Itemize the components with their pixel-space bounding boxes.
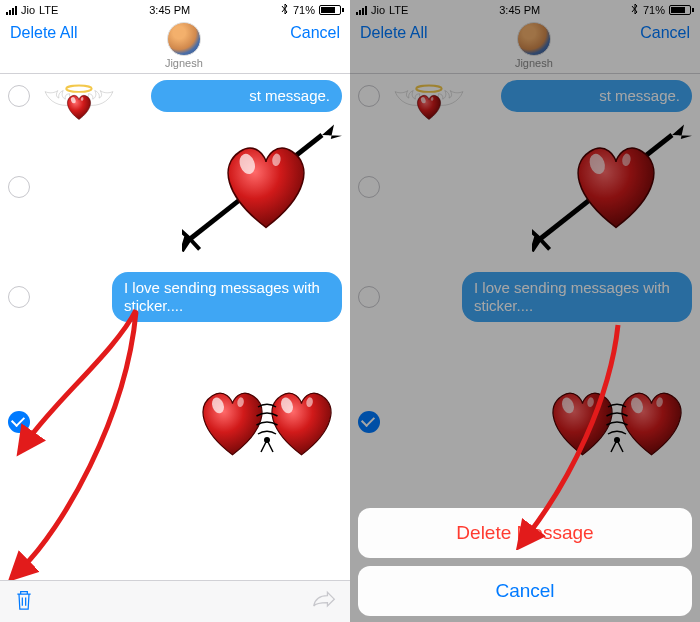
message-text: I love sending messages with sticker....: [474, 279, 670, 314]
status-bar: Jio LTE 3:45 PM 71%: [0, 0, 350, 20]
message-text: st message.: [249, 87, 330, 104]
svg-point-4: [265, 438, 270, 443]
sticker-row: [8, 122, 342, 252]
bluetooth-icon: [281, 3, 289, 17]
message-row: I love sending messages with sticker....: [8, 272, 342, 322]
network-label: LTE: [39, 4, 58, 16]
select-circle[interactable]: [8, 286, 30, 308]
delete-message-button[interactable]: Delete Message: [358, 508, 692, 558]
forward-icon[interactable]: [312, 590, 336, 614]
trash-icon[interactable]: [14, 588, 34, 616]
message-bubble[interactable]: I love sending messages with sticker....: [112, 272, 342, 322]
nav-header: Delete All Jignesh Cancel: [350, 20, 700, 74]
phone-right: Jio LTE 3:45 PM 71% Delete All Jignesh C…: [350, 0, 700, 622]
battery-pct: 71%: [293, 4, 315, 16]
cancel-button[interactable]: Cancel: [640, 22, 690, 42]
delete-all-button[interactable]: Delete All: [10, 22, 78, 42]
messages-list[interactable]: Hi this is a test message.: [0, 74, 350, 580]
bluetooth-icon: [631, 3, 639, 17]
heart-arrow-sticker[interactable]: [38, 122, 342, 252]
message-row: Hi this is a test message.: [8, 80, 342, 112]
clock-label: 3:45 PM: [499, 4, 540, 16]
message-text: I love sending messages with sticker....: [124, 279, 320, 314]
laced-hearts-sticker[interactable]: [38, 372, 342, 472]
select-circle-checked[interactable]: [8, 411, 30, 433]
sticker-row: [8, 372, 342, 472]
select-circle: [358, 286, 380, 308]
carrier-label: Jio: [21, 4, 35, 16]
message-row: Hi this is a test message.: [358, 80, 692, 112]
nav-header: Delete All Jignesh Cancel: [0, 20, 350, 74]
select-circle[interactable]: [8, 85, 30, 107]
winged-heart-sticker[interactable]: [44, 74, 114, 138]
sticker-row: [358, 122, 692, 252]
sticker-row: [358, 372, 692, 472]
action-sheet: Delete Message Cancel: [358, 508, 692, 616]
select-circle: [358, 85, 380, 107]
battery-icon: [319, 5, 344, 15]
cancel-button[interactable]: Cancel: [290, 22, 340, 42]
carrier-label: Jio: [371, 4, 385, 16]
battery-pct: 71%: [643, 4, 665, 16]
delete-all-button[interactable]: Delete All: [360, 22, 428, 42]
winged-heart-sticker: [394, 74, 464, 138]
message-row: I love sending messages with sticker....: [358, 272, 692, 322]
svg-point-5: [416, 86, 441, 92]
svg-point-7: [615, 438, 620, 443]
message-text: st message.: [599, 87, 680, 104]
message-bubble: Hi this is a test message.: [501, 80, 692, 112]
select-circle-checked: [358, 411, 380, 433]
action-sheet-cancel-button[interactable]: Cancel: [358, 566, 692, 616]
svg-point-2: [66, 86, 91, 92]
message-bubble[interactable]: Hi this is a test message.: [151, 80, 342, 112]
clock-label: 3:45 PM: [149, 4, 190, 16]
battery-icon: [669, 5, 694, 15]
signal-icon: [6, 5, 17, 15]
contact-name-label: Jignesh: [428, 57, 641, 69]
select-circle[interactable]: [8, 176, 30, 198]
status-bar: Jio LTE 3:45 PM 71%: [350, 0, 700, 20]
contact-avatar[interactable]: [167, 22, 201, 56]
message-bubble: I love sending messages with sticker....: [462, 272, 692, 322]
edit-toolbar: [0, 580, 350, 622]
signal-icon: [356, 5, 367, 15]
contact-name-label: Jignesh: [78, 57, 291, 69]
heart-arrow-sticker: [388, 122, 692, 252]
phone-left: Jio LTE 3:45 PM 71% Delete All Jignesh C…: [0, 0, 350, 622]
select-circle: [358, 176, 380, 198]
contact-avatar[interactable]: [517, 22, 551, 56]
network-label: LTE: [389, 4, 408, 16]
laced-hearts-sticker: [388, 372, 692, 472]
